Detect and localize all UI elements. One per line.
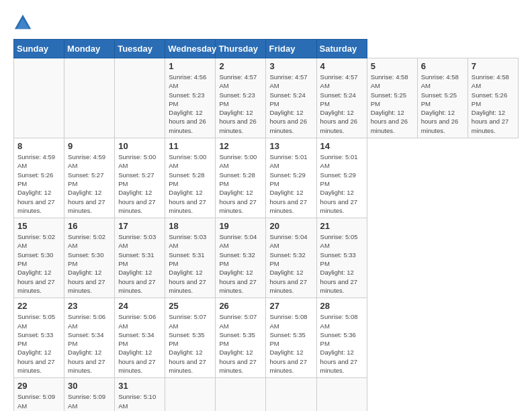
calendar-cell: 25Sunrise: 5:07 AMSunset: 5:35 PMDayligh…	[165, 298, 216, 378]
day-info: Sunrise: 5:02 AMSunset: 5:30 PMDaylight:…	[17, 232, 60, 295]
calendar-cell	[266, 378, 316, 411]
day-number: 15	[17, 221, 60, 231]
page-header	[13, 13, 519, 32]
day-number: 6	[421, 61, 464, 71]
day-info: Sunrise: 5:02 AMSunset: 5:30 PMDaylight:…	[68, 232, 111, 295]
day-info: Sunrise: 5:08 AMSunset: 5:35 PMDaylight:…	[269, 312, 312, 375]
day-number: 16	[68, 221, 111, 231]
calendar-cell: 12Sunrise: 5:00 AMSunset: 5:28 PMDayligh…	[216, 138, 266, 218]
calendar-cell: 29Sunrise: 5:09 AMSunset: 5:36 PMDayligh…	[14, 378, 64, 411]
day-info: Sunrise: 5:06 AMSunset: 5:34 PMDaylight:…	[118, 312, 161, 375]
calendar-cell: 16Sunrise: 5:02 AMSunset: 5:30 PMDayligh…	[64, 218, 115, 298]
calendar-cell: 11Sunrise: 5:00 AMSunset: 5:28 PMDayligh…	[165, 138, 216, 218]
day-number: 14	[320, 141, 363, 151]
day-number: 11	[169, 141, 212, 151]
day-number: 13	[269, 141, 312, 151]
day-header: Friday	[266, 40, 316, 58]
calendar-cell: 4Sunrise: 4:57 AMSunset: 5:24 PMDaylight…	[316, 58, 367, 138]
day-number: 3	[269, 61, 312, 71]
day-header: Wednesday	[165, 40, 216, 58]
day-info: Sunrise: 4:58 AMSunset: 5:25 PMDaylight:…	[421, 73, 464, 135]
day-number: 12	[219, 141, 262, 151]
calendar-table: SundayMondayTuesdayWednesdayThursdayFrid…	[13, 39, 519, 411]
day-number: 10	[118, 141, 161, 151]
day-info: Sunrise: 5:05 AMSunset: 5:33 PMDaylight:…	[17, 312, 60, 375]
header-row: SundayMondayTuesdayWednesdayThursdayFrid…	[14, 40, 519, 58]
calendar-cell: 6Sunrise: 4:58 AMSunset: 5:25 PMDaylight…	[417, 58, 468, 138]
day-info: Sunrise: 5:08 AMSunset: 5:36 PMDaylight:…	[320, 312, 363, 375]
day-number: 21	[320, 221, 363, 231]
calendar-cell: 3Sunrise: 4:57 AMSunset: 5:24 PMDaylight…	[266, 58, 316, 138]
calendar-cell	[64, 58, 115, 138]
calendar-cell: 1Sunrise: 4:56 AMSunset: 5:23 PMDaylight…	[165, 58, 216, 138]
day-info: Sunrise: 5:00 AMSunset: 5:28 PMDaylight:…	[219, 152, 262, 215]
day-info: Sunrise: 4:58 AMSunset: 5:25 PMDaylight:…	[371, 73, 414, 135]
calendar-cell: 23Sunrise: 5:06 AMSunset: 5:34 PMDayligh…	[64, 298, 115, 378]
calendar-cell: 22Sunrise: 5:05 AMSunset: 5:33 PMDayligh…	[14, 298, 64, 378]
calendar-cell	[216, 378, 266, 411]
day-number: 30	[68, 381, 111, 391]
day-number: 27	[269, 301, 312, 311]
calendar-cell	[316, 378, 367, 411]
calendar-cell: 2Sunrise: 4:57 AMSunset: 5:23 PMDaylight…	[216, 58, 266, 138]
calendar-week-row: 8Sunrise: 4:59 AMSunset: 5:26 PMDaylight…	[14, 138, 519, 218]
day-info: Sunrise: 5:04 AMSunset: 5:32 PMDaylight:…	[219, 232, 262, 295]
day-info: Sunrise: 5:07 AMSunset: 5:35 PMDaylight:…	[219, 312, 262, 375]
calendar-cell: 14Sunrise: 5:01 AMSunset: 5:29 PMDayligh…	[316, 138, 367, 218]
calendar-cell: 9Sunrise: 4:59 AMSunset: 5:27 PMDaylight…	[64, 138, 115, 218]
calendar-cell: 5Sunrise: 4:58 AMSunset: 5:25 PMDaylight…	[367, 58, 417, 138]
day-info: Sunrise: 5:09 AMSunset: 5:37 PMDaylight:…	[68, 392, 111, 411]
calendar-cell: 31Sunrise: 5:10 AMSunset: 5:37 PMDayligh…	[115, 378, 165, 411]
day-header: Sunday	[14, 40, 64, 58]
day-info: Sunrise: 5:10 AMSunset: 5:37 PMDaylight:…	[118, 392, 161, 411]
day-number: 25	[169, 301, 212, 311]
calendar-cell: 28Sunrise: 5:08 AMSunset: 5:36 PMDayligh…	[316, 298, 367, 378]
day-number: 9	[68, 141, 111, 151]
day-info: Sunrise: 5:09 AMSunset: 5:36 PMDaylight:…	[17, 392, 60, 411]
day-info: Sunrise: 5:01 AMSunset: 5:29 PMDaylight:…	[269, 152, 312, 215]
calendar-cell: 21Sunrise: 5:05 AMSunset: 5:33 PMDayligh…	[316, 218, 367, 298]
day-number: 8	[17, 141, 60, 151]
day-number: 24	[118, 301, 161, 311]
calendar-cell: 26Sunrise: 5:07 AMSunset: 5:35 PMDayligh…	[216, 298, 266, 378]
calendar-cell: 24Sunrise: 5:06 AMSunset: 5:34 PMDayligh…	[115, 298, 165, 378]
day-info: Sunrise: 4:57 AMSunset: 5:23 PMDaylight:…	[219, 73, 262, 135]
day-info: Sunrise: 5:00 AMSunset: 5:27 PMDaylight:…	[118, 152, 161, 215]
day-header: Thursday	[216, 40, 266, 58]
calendar-week-row: 29Sunrise: 5:09 AMSunset: 5:36 PMDayligh…	[14, 378, 519, 411]
day-info: Sunrise: 5:04 AMSunset: 5:32 PMDaylight:…	[269, 232, 312, 295]
day-header: Saturday	[316, 40, 367, 58]
calendar-week-row: 15Sunrise: 5:02 AMSunset: 5:30 PMDayligh…	[14, 218, 519, 298]
calendar-cell: 18Sunrise: 5:03 AMSunset: 5:31 PMDayligh…	[165, 218, 216, 298]
day-info: Sunrise: 5:06 AMSunset: 5:34 PMDaylight:…	[68, 312, 111, 375]
calendar-cell: 7Sunrise: 4:58 AMSunset: 5:26 PMDaylight…	[468, 58, 518, 138]
logo-icon	[13, 13, 32, 32]
day-info: Sunrise: 5:03 AMSunset: 5:31 PMDaylight:…	[169, 232, 212, 295]
day-number: 26	[219, 301, 262, 311]
calendar-cell: 10Sunrise: 5:00 AMSunset: 5:27 PMDayligh…	[115, 138, 165, 218]
day-number: 29	[17, 381, 60, 391]
calendar-week-row: 1Sunrise: 4:56 AMSunset: 5:23 PMDaylight…	[14, 58, 519, 138]
day-number: 20	[269, 221, 312, 231]
day-number: 18	[169, 221, 212, 231]
day-info: Sunrise: 4:57 AMSunset: 5:24 PMDaylight:…	[269, 73, 312, 135]
calendar-cell: 30Sunrise: 5:09 AMSunset: 5:37 PMDayligh…	[64, 378, 115, 411]
calendar-week-row: 22Sunrise: 5:05 AMSunset: 5:33 PMDayligh…	[14, 298, 519, 378]
day-number: 31	[118, 381, 161, 391]
day-info: Sunrise: 4:59 AMSunset: 5:26 PMDaylight:…	[17, 152, 60, 215]
calendar-cell: 27Sunrise: 5:08 AMSunset: 5:35 PMDayligh…	[266, 298, 316, 378]
day-info: Sunrise: 5:00 AMSunset: 5:28 PMDaylight:…	[169, 152, 212, 215]
calendar-cell	[115, 58, 165, 138]
calendar-cell: 19Sunrise: 5:04 AMSunset: 5:32 PMDayligh…	[216, 218, 266, 298]
calendar-cell: 13Sunrise: 5:01 AMSunset: 5:29 PMDayligh…	[266, 138, 316, 218]
day-number: 1	[169, 61, 212, 71]
day-number: 5	[371, 61, 414, 71]
day-number: 19	[219, 221, 262, 231]
day-info: Sunrise: 5:07 AMSunset: 5:35 PMDaylight:…	[169, 312, 212, 375]
calendar-cell: 17Sunrise: 5:03 AMSunset: 5:31 PMDayligh…	[115, 218, 165, 298]
calendar-cell: 20Sunrise: 5:04 AMSunset: 5:32 PMDayligh…	[266, 218, 316, 298]
calendar-cell: 15Sunrise: 5:02 AMSunset: 5:30 PMDayligh…	[14, 218, 64, 298]
calendar-cell	[14, 58, 64, 138]
day-info: Sunrise: 5:05 AMSunset: 5:33 PMDaylight:…	[320, 232, 363, 295]
day-info: Sunrise: 4:59 AMSunset: 5:27 PMDaylight:…	[68, 152, 111, 215]
